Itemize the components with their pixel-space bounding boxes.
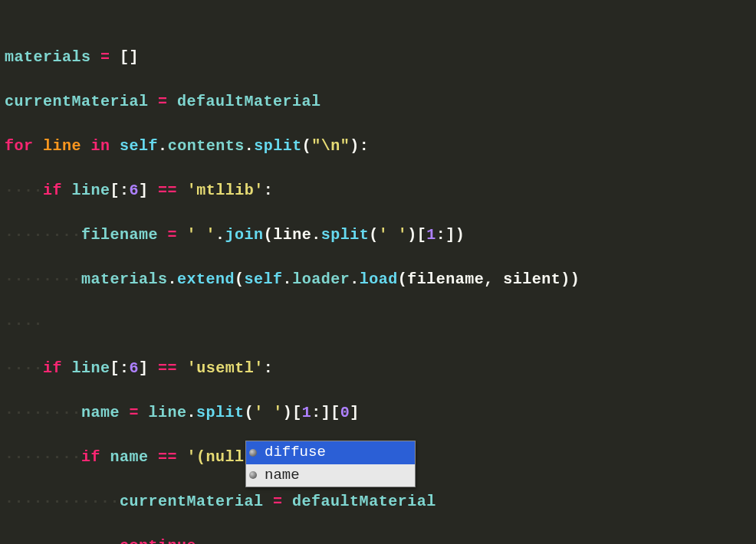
keyword-in: in bbox=[91, 137, 110, 155]
autocomplete-item-diffuse[interactable]: diffuse bbox=[246, 441, 415, 464]
autocomplete-popup[interactable]: diffuse name bbox=[245, 441, 416, 487]
attr: contents bbox=[168, 137, 245, 155]
code-line: ············currentMaterial = defaultMat… bbox=[5, 490, 751, 513]
ident: line bbox=[149, 404, 187, 421]
ident: currentMaterial bbox=[5, 93, 149, 110]
ident: line bbox=[43, 137, 81, 155]
string: "\n" bbox=[311, 137, 350, 155]
operator: = bbox=[168, 226, 178, 244]
code-line: currentMaterial = defaultMaterial bbox=[5, 90, 751, 113]
text bbox=[91, 48, 101, 66]
ident: name bbox=[110, 448, 149, 466]
ident: materials bbox=[5, 48, 91, 66]
method: join bbox=[225, 226, 264, 244]
indent-guide: ············ bbox=[5, 493, 120, 510]
operator: = bbox=[100, 48, 110, 66]
ident: materials bbox=[81, 270, 168, 288]
ident: defaultMaterial bbox=[177, 93, 321, 110]
keyword-for: for bbox=[5, 137, 34, 155]
ident: name bbox=[81, 404, 120, 421]
number: 1 bbox=[426, 226, 436, 244]
code-line-blank: ···· bbox=[5, 313, 751, 335]
method: split bbox=[196, 404, 245, 421]
autocomplete-label: diffuse bbox=[265, 442, 326, 464]
code-line: for line in self.contents.split("\n"): bbox=[5, 135, 751, 157]
method: extend bbox=[177, 270, 235, 288]
text: [] bbox=[110, 48, 140, 66]
number: 0 bbox=[340, 404, 350, 421]
code-line: ········filename = ' '.join(line.split('… bbox=[5, 224, 751, 246]
indent-guide: ········ bbox=[5, 270, 81, 288]
operator: = bbox=[130, 404, 140, 421]
number: 6 bbox=[130, 182, 140, 199]
attr: loader bbox=[292, 270, 350, 288]
operator: = bbox=[273, 493, 283, 510]
method: load bbox=[360, 270, 398, 288]
operator: == bbox=[149, 182, 187, 199]
code-line: ········name = line.split(' ')[1:][0] bbox=[5, 401, 751, 424]
code-line: ············continue bbox=[5, 535, 751, 544]
operator: = bbox=[158, 93, 168, 110]
operator: == bbox=[149, 448, 187, 466]
keyword-if: if bbox=[81, 448, 100, 466]
code-line: ····if line[:6] == 'mtllib': bbox=[5, 179, 751, 202]
string: ' ' bbox=[379, 226, 408, 244]
number: 1 bbox=[302, 404, 312, 421]
ident: currentMaterial bbox=[120, 493, 264, 510]
method: split bbox=[321, 226, 370, 244]
ident: line bbox=[72, 182, 110, 199]
indent-guide: ········ bbox=[5, 448, 81, 466]
indent-guide: ···· bbox=[5, 315, 43, 333]
ident: defaultMaterial bbox=[292, 493, 436, 510]
keyword-if: if bbox=[43, 359, 62, 377]
self: self bbox=[245, 270, 283, 288]
indent-guide: ········ bbox=[5, 404, 81, 421]
string: 'usemtl' bbox=[187, 359, 264, 377]
indent-guide: ············ bbox=[5, 537, 120, 544]
ident: line bbox=[72, 359, 110, 377]
code-line: materials = [] bbox=[5, 46, 751, 68]
member-icon bbox=[249, 471, 257, 479]
string: ' ' bbox=[254, 404, 283, 421]
number: 6 bbox=[130, 359, 140, 377]
member-icon bbox=[249, 449, 257, 457]
indent-guide: ········ bbox=[5, 226, 81, 244]
autocomplete-label: name bbox=[265, 465, 300, 487]
string: ' ' bbox=[187, 226, 216, 244]
self: self bbox=[120, 137, 158, 155]
keyword-if: if bbox=[43, 182, 62, 199]
code-line: ········materials.extend(self.loader.loa… bbox=[5, 268, 751, 290]
code-line: ····if line[:6] == 'usemtl': bbox=[5, 357, 751, 379]
method: split bbox=[254, 137, 302, 155]
indent-guide: ···· bbox=[5, 182, 43, 199]
keyword-continue: continue bbox=[120, 537, 196, 544]
operator: == bbox=[149, 359, 187, 377]
indent-guide: ···· bbox=[5, 359, 43, 377]
ident: filename bbox=[81, 226, 158, 244]
string: 'mtllib' bbox=[187, 182, 264, 199]
autocomplete-item-name[interactable]: name bbox=[246, 464, 415, 487]
